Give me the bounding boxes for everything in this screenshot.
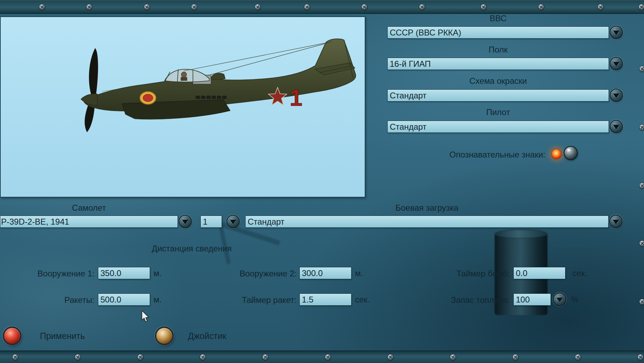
convergence-title: Дистанция сведения xyxy=(122,243,261,254)
screw-icon xyxy=(12,354,18,360)
rockets-unit: м. xyxy=(154,295,162,305)
chevron-down-icon xyxy=(613,31,619,35)
aircraft-side-view: 1 xyxy=(1,17,365,197)
regiment-dropdown-button[interactable] xyxy=(610,57,623,70)
guards-badge-center xyxy=(143,94,153,102)
chevron-down-icon xyxy=(182,220,188,224)
rocket-timer-label: Таймер ракет: xyxy=(216,295,297,305)
screw-icon xyxy=(75,354,81,360)
bottom-metal-band xyxy=(0,350,644,363)
rocket-timer-unit: сек. xyxy=(355,295,370,305)
screw-icon xyxy=(538,4,544,10)
screw-icon xyxy=(639,183,644,189)
aircraft-count-value: 1 xyxy=(203,217,207,226)
paint-scheme-label: Схема окраски xyxy=(387,76,609,86)
pilot-select[interactable]: Стандарт xyxy=(387,121,609,133)
screw-icon xyxy=(304,4,310,10)
screw-icon xyxy=(639,299,644,305)
loadout-label: Боевая загрузка xyxy=(245,203,609,213)
bomb-timer-label: Таймер бомб: xyxy=(427,268,510,279)
aircraft-dropdown-button[interactable] xyxy=(179,215,192,228)
screw-icon xyxy=(325,354,331,360)
airforce-dropdown-button[interactable] xyxy=(610,26,623,39)
pilot-label: Пилот xyxy=(387,107,609,118)
chevron-down-icon xyxy=(613,220,619,224)
screw-icon xyxy=(575,354,581,360)
chevron-down-icon xyxy=(613,62,619,66)
screw-icon xyxy=(191,4,197,10)
joystick-button-label: Джойстик xyxy=(188,331,226,341)
weapon2-label: Вооружение 2: xyxy=(216,268,297,279)
aircraft-count-dropdown-button[interactable] xyxy=(226,215,240,228)
screw-icon xyxy=(597,4,604,10)
joystick-button[interactable] xyxy=(155,326,174,345)
paint-scheme-dropdown-button[interactable] xyxy=(610,89,623,102)
loadout-value: Стандарт xyxy=(248,217,284,226)
paint-scheme-select[interactable]: Стандарт xyxy=(387,89,609,102)
fuel-unit: % xyxy=(571,295,578,305)
pilot-torso xyxy=(181,77,187,81)
screw-icon xyxy=(39,4,45,10)
aircraft-arming-screen: 1 ВВС СССР (ВВС РККА) Полк 16-й ГИАП Схе… xyxy=(0,0,644,363)
bomb-timer-input[interactable] xyxy=(513,267,565,279)
airforce-label: ВВС xyxy=(387,13,609,24)
fuel-dropdown-button[interactable] xyxy=(553,293,566,306)
rocket-timer-input[interactable] xyxy=(299,293,352,306)
screw-icon xyxy=(639,240,644,247)
airforce-select[interactable]: СССР (ВВС РККА) xyxy=(387,26,609,39)
chevron-down-icon xyxy=(556,298,563,302)
pilot-value: Стандарт xyxy=(390,122,427,131)
rockets-label: Ракеты: xyxy=(14,295,94,305)
fuel-input[interactable] xyxy=(513,293,551,306)
propeller-blade xyxy=(85,104,95,132)
screw-icon xyxy=(387,354,394,360)
weapon1-unit: м. xyxy=(154,268,162,278)
rockets-input[interactable] xyxy=(98,293,150,306)
screw-icon xyxy=(639,66,644,72)
pilot-dropdown-button[interactable] xyxy=(610,120,623,133)
weapon1-input[interactable] xyxy=(98,267,150,279)
screw-icon xyxy=(137,354,143,360)
apply-button[interactable] xyxy=(3,326,22,345)
screw-icon xyxy=(512,354,519,360)
weapon1-label: Вооружение 1: xyxy=(14,268,94,279)
loadout-dropdown-button[interactable] xyxy=(609,215,622,228)
screw-icon xyxy=(144,4,150,10)
regiment-label: Полк xyxy=(387,45,609,55)
screw-icon xyxy=(262,354,269,360)
markings-indicator-lamp xyxy=(552,149,561,159)
apply-button-label: Применить xyxy=(40,331,85,341)
propeller-blade xyxy=(89,48,98,95)
screw-icon xyxy=(361,4,368,10)
pilot-head xyxy=(181,72,187,77)
screw-icon xyxy=(638,4,644,10)
aircraft-label: Самолет xyxy=(0,203,178,213)
chevron-down-icon xyxy=(613,125,619,129)
weapon2-unit: м. xyxy=(355,268,363,278)
tactical-number: 1 xyxy=(290,85,303,111)
regiment-select[interactable]: 16-й ГИАП xyxy=(387,58,609,70)
chevron-down-icon xyxy=(230,220,236,224)
screw-icon xyxy=(255,4,261,10)
screw-icon xyxy=(419,4,425,10)
fuel-label: Запас топлива: xyxy=(427,295,510,305)
aircraft-count-select[interactable]: 1 xyxy=(200,216,222,228)
screw-icon xyxy=(86,4,92,10)
markings-label: Опознавательные знаки: xyxy=(399,150,545,160)
mouse-cursor xyxy=(141,310,150,322)
aircraft-select[interactable]: P-39D-2-BE, 1941 xyxy=(0,216,178,228)
screw-icon xyxy=(450,354,456,360)
top-metal-band xyxy=(0,0,644,14)
screw-icon xyxy=(639,124,644,130)
spinner xyxy=(81,94,97,105)
screw-icon xyxy=(200,354,206,360)
loadout-select[interactable]: Стандарт xyxy=(245,216,609,228)
weapon2-input[interactable] xyxy=(299,267,352,279)
screw-icon xyxy=(637,354,644,360)
markings-toggle[interactable] xyxy=(564,146,578,160)
chevron-down-icon xyxy=(613,94,619,98)
aircraft-preview-panel: 1 xyxy=(0,16,365,197)
regiment-value: 16-й ГИАП xyxy=(390,59,431,68)
aircraft-value: P-39D-2-BE, 1941 xyxy=(1,217,69,226)
airforce-value: СССР (ВВС РККА) xyxy=(390,28,461,37)
